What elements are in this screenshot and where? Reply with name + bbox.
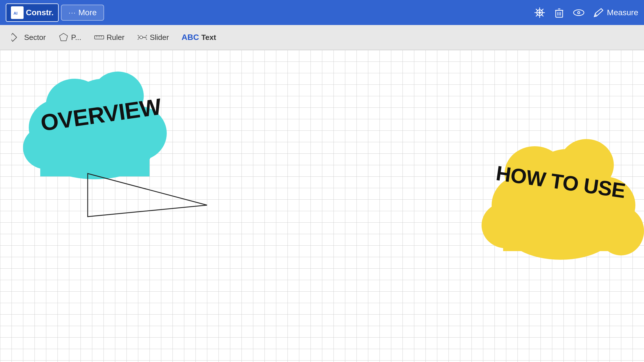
measure-button[interactable]: Measure [592, 6, 638, 19]
slider-icon [137, 32, 147, 43]
constr-icon-box: AI [11, 6, 24, 19]
svg-line-35 [146, 35, 147, 36]
polygon-label: P... [71, 33, 81, 42]
svg-text:AI: AI [14, 11, 18, 16]
more-button[interactable]: ··· More [61, 5, 104, 21]
polygon-icon [58, 32, 69, 43]
right-tools: Measure [533, 6, 638, 19]
canvas-area[interactable]: OVERVIEW HOW TO USE [0, 50, 644, 362]
sector-label: Sector [24, 33, 46, 42]
sector-tool[interactable]: Sector [6, 29, 51, 45]
svg-rect-26 [95, 36, 104, 39]
measure-label: Measure [607, 8, 638, 17]
measure-pencil-icon [592, 6, 605, 19]
constr-icon: AI [13, 8, 22, 17]
svg-point-32 [140, 36, 143, 39]
trash-button[interactable] [553, 6, 566, 19]
svg-point-19 [578, 12, 580, 13]
trash-icon [553, 6, 566, 19]
top-toolbar: AI Constr. ··· More [0, 0, 644, 25]
text-label: Text [201, 33, 216, 42]
abc-prefix: ABC [181, 33, 199, 42]
svg-marker-25 [60, 33, 68, 41]
eye-icon [572, 6, 585, 19]
overview-cloud[interactable]: OVERVIEW [17, 61, 172, 185]
svg-line-23 [13, 33, 17, 37]
more-label: More [78, 8, 97, 17]
svg-line-24 [13, 37, 17, 41]
ruler-tool[interactable]: Ruler [88, 29, 130, 45]
move-button[interactable] [533, 6, 546, 19]
sector-icon [12, 32, 22, 43]
polygon-tool[interactable]: P... [53, 29, 87, 45]
ruler-label: Ruler [107, 33, 124, 42]
svg-line-36 [146, 38, 147, 40]
constr-button[interactable]: AI Constr. [6, 3, 59, 22]
svg-line-33 [138, 35, 139, 36]
svg-point-10 [538, 11, 541, 14]
eye-button[interactable] [572, 6, 585, 19]
svg-line-34 [138, 38, 139, 40]
move-icon [533, 6, 546, 19]
secondary-toolbar: Sector P... Ruler Slider ABC Text [0, 25, 644, 50]
slider-label: Slider [150, 33, 169, 42]
how-to-use-cloud[interactable]: HOW TO USE [477, 130, 644, 268]
ruler-icon [94, 32, 104, 43]
more-dots-icon: ··· [68, 9, 76, 17]
constr-label: Constr. [26, 8, 53, 17]
slider-tool[interactable]: Slider [131, 29, 175, 45]
text-tool[interactable]: ABC Text [176, 30, 222, 45]
